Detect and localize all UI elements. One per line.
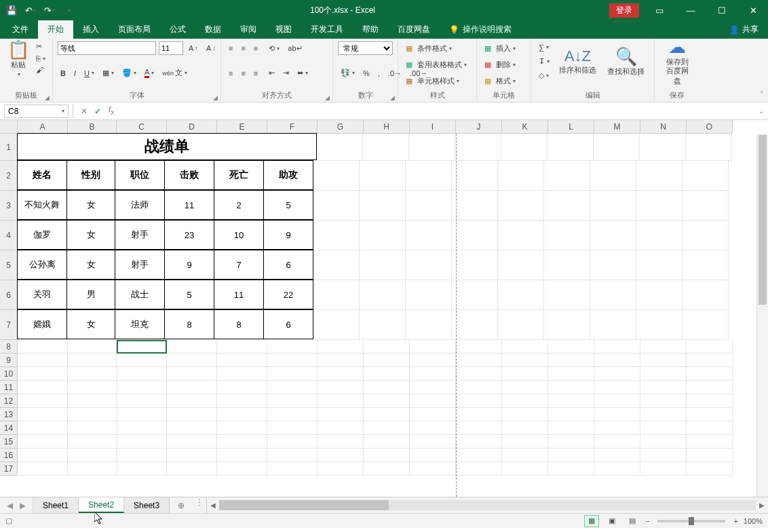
cell-L10[interactable]: [548, 367, 594, 381]
cell-D14[interactable]: [167, 421, 217, 435]
cell-L15[interactable]: [548, 435, 594, 449]
cell-O17[interactable]: [687, 462, 733, 476]
cell-I2[interactable]: [406, 161, 452, 191]
redo-icon[interactable]: ↷▾: [42, 3, 57, 18]
row-header-13[interactable]: 13: [0, 408, 18, 421]
cell-K1[interactable]: [501, 134, 548, 161]
sheet-tab-sheet1[interactable]: Sheet1: [33, 497, 79, 513]
delete-cells-button[interactable]: ▦ 删除▾: [482, 58, 518, 71]
cell-E14[interactable]: [217, 421, 267, 435]
cell-B14[interactable]: [68, 421, 117, 435]
row-header-5[interactable]: 5: [0, 250, 18, 280]
sheet-tab-sheet2[interactable]: Sheet2: [79, 497, 124, 513]
cell-B13[interactable]: [68, 408, 117, 421]
cell-M3[interactable]: [590, 191, 636, 221]
sort-filter-button[interactable]: A↓Z 排序和筛选: [555, 41, 600, 83]
paste-button[interactable]: 📋 粘贴 ▾: [5, 41, 31, 77]
cell-C15[interactable]: [117, 435, 167, 449]
qat-customize-icon[interactable]: ▾: [61, 3, 76, 18]
cell-E8[interactable]: [217, 340, 267, 354]
cell-F15[interactable]: [267, 435, 318, 449]
cell-N2[interactable]: [636, 161, 683, 191]
add-sheet-button[interactable]: ⊕: [170, 497, 193, 513]
tab-help[interactable]: 帮助: [353, 20, 388, 39]
cell-H5[interactable]: [360, 250, 406, 280]
cell-A3[interactable]: 不知火舞: [17, 190, 67, 220]
zoom-out-icon[interactable]: −: [645, 517, 649, 525]
cell-N11[interactable]: [640, 381, 687, 394]
sheet-nav-prev-icon[interactable]: ◀: [7, 501, 13, 510]
cell-K2[interactable]: [498, 161, 544, 191]
cell-C2[interactable]: 职位: [115, 160, 165, 190]
cell-M14[interactable]: [594, 421, 640, 435]
cell-J6[interactable]: [452, 280, 498, 310]
cell-C5[interactable]: 射手: [115, 250, 165, 280]
cell-D5[interactable]: 9: [164, 250, 214, 280]
hscroll-left-icon[interactable]: ◀: [207, 501, 219, 509]
fill-color-button[interactable]: 🪣▾: [119, 67, 139, 79]
cell-H12[interactable]: [364, 394, 410, 408]
cell-O15[interactable]: [687, 435, 733, 449]
save-baidu-button[interactable]: ☁ 保存到 百度网盘: [659, 41, 695, 83]
align-middle-button[interactable]: ≡: [238, 43, 248, 54]
currency-button[interactable]: 💱▾: [338, 67, 358, 79]
cell-J7[interactable]: [452, 310, 498, 340]
cell-M4[interactable]: [590, 221, 636, 250]
cell-L9[interactable]: [548, 354, 594, 367]
cell-A11[interactable]: [18, 381, 68, 394]
zoom-in-icon[interactable]: +: [733, 517, 737, 525]
cell-M6[interactable]: [590, 280, 636, 310]
cell-L3[interactable]: [544, 191, 590, 221]
cell-C7[interactable]: 坦克: [115, 309, 165, 339]
cell-O2[interactable]: [683, 161, 729, 191]
row-header-7[interactable]: 7: [0, 310, 18, 340]
row-header-17[interactable]: 17: [0, 462, 18, 476]
minimize-icon[interactable]: ―: [676, 0, 706, 20]
cell-G4[interactable]: [313, 221, 360, 250]
wrap-text-button[interactable]: ab↵: [285, 43, 305, 54]
font-size-input[interactable]: [159, 41, 183, 55]
cell-E5[interactable]: 7: [214, 250, 264, 280]
cell-L2[interactable]: [544, 161, 590, 191]
cell-F16[interactable]: [267, 449, 318, 462]
cell-K11[interactable]: [502, 381, 548, 394]
phonetic-button[interactable]: wén文▾: [159, 66, 190, 79]
row-header-16[interactable]: 16: [0, 449, 18, 462]
cell-G10[interactable]: [318, 367, 364, 381]
cell-J16[interactable]: [456, 449, 502, 462]
autosum-button[interactable]: ∑▾: [536, 42, 552, 53]
tab-view[interactable]: 视图: [266, 20, 301, 39]
cell-styles-button[interactable]: ▦ 单元格样式▾: [403, 75, 462, 88]
cell-D3[interactable]: 11: [164, 190, 214, 220]
cell-E4[interactable]: 10: [214, 220, 264, 250]
row-header-10[interactable]: 10: [0, 367, 18, 381]
align-right-button[interactable]: ≡: [251, 68, 261, 79]
cell-G1[interactable]: [317, 134, 363, 161]
cell-B4[interactable]: 女: [66, 220, 115, 250]
page-break-view-icon[interactable]: ▤: [625, 515, 640, 527]
cell-I16[interactable]: [410, 449, 456, 462]
comma-button[interactable]: ,: [375, 68, 383, 79]
cell-O3[interactable]: [683, 191, 729, 221]
sheet-tab-sheet3[interactable]: Sheet3: [124, 497, 170, 513]
cell-M13[interactable]: [594, 408, 640, 421]
cell-M9[interactable]: [594, 354, 640, 367]
cell-L14[interactable]: [548, 421, 594, 435]
align-launcher[interactable]: ◢: [325, 94, 330, 101]
cell-O10[interactable]: [687, 367, 733, 381]
cell-N4[interactable]: [636, 221, 683, 250]
underline-button[interactable]: U▾: [81, 68, 97, 79]
cell-D12[interactable]: [167, 394, 217, 408]
maximize-icon[interactable]: ☐: [707, 0, 737, 20]
percent-button[interactable]: %: [360, 68, 372, 79]
cell-I1[interactable]: [409, 134, 455, 161]
cell-E2[interactable]: 死亡: [214, 160, 264, 190]
align-center-button[interactable]: ≡: [238, 68, 248, 79]
cell-O8[interactable]: [687, 340, 733, 354]
cell-H6[interactable]: [360, 280, 406, 310]
cell-E12[interactable]: [217, 394, 267, 408]
cell-I17[interactable]: [410, 462, 456, 476]
cell-N15[interactable]: [640, 435, 687, 449]
column-header-L[interactable]: L: [548, 120, 594, 134]
cell-K5[interactable]: [498, 250, 544, 280]
